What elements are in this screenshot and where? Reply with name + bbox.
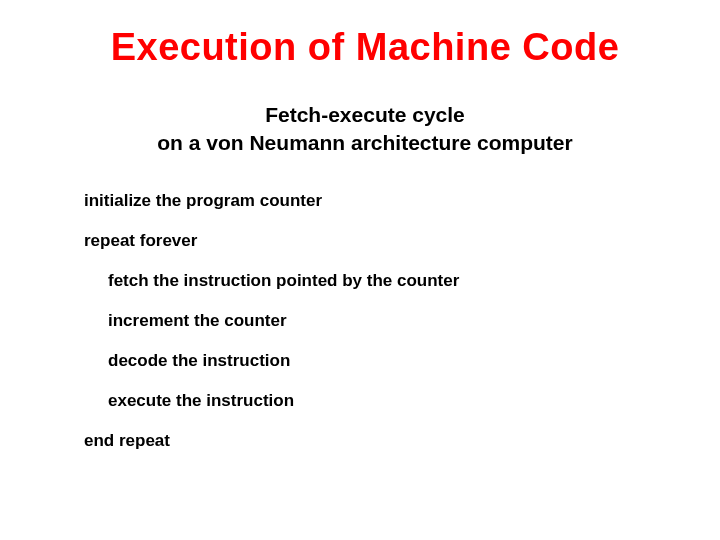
code-line: repeat forever	[84, 230, 660, 252]
slide-title: Execution of Machine Code	[70, 26, 660, 69]
code-line: execute the instruction	[84, 390, 660, 412]
subtitle-line-1: Fetch-execute cycle	[265, 103, 465, 126]
code-line: initialize the program counter	[84, 190, 660, 212]
code-line: increment the counter	[84, 310, 660, 332]
code-line: end repeat	[84, 430, 660, 452]
code-line: fetch the instruction pointed by the cou…	[84, 270, 660, 292]
pseudocode-block: initialize the program counter repeat fo…	[70, 190, 660, 453]
slide-subtitle: Fetch-execute cycle on a von Neumann arc…	[70, 101, 660, 158]
subtitle-line-2: on a von Neumann architecture computer	[157, 131, 572, 154]
code-line: decode the instruction	[84, 350, 660, 372]
